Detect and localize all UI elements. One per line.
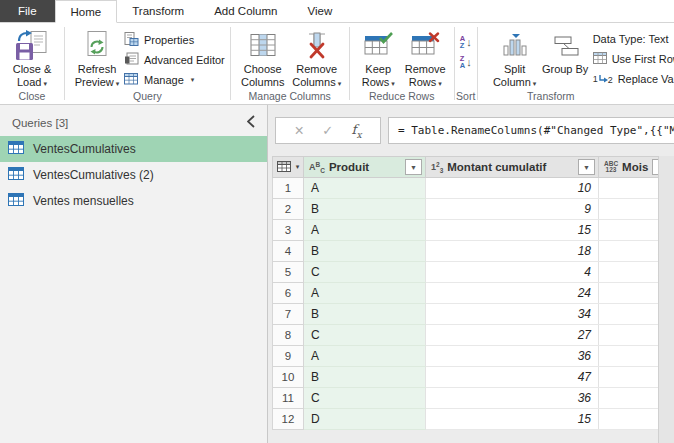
group-label-manage-columns: Manage Columns [231, 90, 349, 102]
row-number-cell[interactable]: 12 [273, 409, 304, 430]
cell-montant-cumulatif[interactable]: 9 [426, 199, 599, 220]
data-type-label: Data Type: Text [593, 33, 669, 45]
replace-values-two: 2 [608, 75, 613, 85]
cell-montant-cumulatif[interactable]: 18 [426, 241, 599, 262]
row-number-cell[interactable]: 11 [273, 388, 304, 409]
row-number-cell[interactable]: 5 [273, 262, 304, 283]
refresh-preview-label: Refresh Preview [75, 63, 117, 88]
formula-input[interactable]: = Table.RenameColumns(#"Changed Type",{{… [388, 117, 674, 144]
query-list-item[interactable]: VentesCumulatives (2) [0, 162, 267, 188]
cell-produit[interactable]: A [304, 220, 426, 241]
keep-rows-button[interactable]: Keep Rows▾ [355, 26, 402, 90]
dropdown-caret-icon: ▾ [438, 80, 442, 87]
refresh-preview-button[interactable]: Refresh Preview▾ [70, 26, 124, 90]
ribbon-group-transform: Split Column▾ Group By Data Type: Text ▾ [478, 23, 674, 104]
dropdown-caret-icon: ▾ [116, 80, 120, 87]
row-number-cell[interactable]: 6 [273, 283, 304, 304]
cell-produit[interactable]: B [304, 367, 426, 388]
query-list-item[interactable]: Ventes mensuelles [0, 188, 267, 214]
choose-columns-button[interactable]: Choose Columns [236, 26, 290, 88]
use-first-row-icon [593, 52, 607, 66]
replace-values-icon: 1 2 [593, 74, 613, 85]
cell-produit[interactable]: C [304, 325, 426, 346]
column-header-montant-cumulatif[interactable]: 123 Montant cumulatif ▼ [426, 157, 599, 178]
split-column-button[interactable]: Split Column▾ [488, 26, 542, 90]
cell-produit[interactable]: C [304, 388, 426, 409]
sort-ascending-button[interactable]: AZ ↓ [460, 32, 472, 52]
formula-bar: × ✓ fx = Table.RenameColumns(#"Changed T… [268, 105, 674, 156]
query-list-item[interactable]: VentesCumulatives [0, 136, 267, 162]
column-header-produit[interactable]: ABC Produit ▼ [304, 157, 426, 178]
properties-button[interactable]: Properties [124, 30, 225, 50]
sort-az-icon: AZ ↓ [460, 35, 472, 49]
remove-rows-button[interactable]: Remove Rows▾ [402, 26, 449, 90]
cancel-formula-icon[interactable]: × [294, 123, 303, 139]
confirm-formula-icon[interactable]: ✓ [322, 124, 333, 137]
table-row: 7B343 [273, 304, 673, 325]
cell-montant-cumulatif[interactable]: 24 [426, 283, 599, 304]
row-number-cell[interactable]: 4 [273, 241, 304, 262]
manage-button[interactable]: Manage ▾ [124, 70, 225, 90]
select-all-corner[interactable]: ▾ [273, 157, 304, 178]
cell-produit[interactable]: C [304, 262, 426, 283]
cell-produit[interactable]: B [304, 304, 426, 325]
cell-montant-cumulatif[interactable]: 10 [426, 178, 599, 199]
tab-home[interactable]: Home [55, 0, 118, 23]
close-load-icon [15, 28, 49, 63]
tab-view[interactable]: View [293, 0, 348, 22]
tab-transform[interactable]: Transform [117, 0, 199, 22]
use-first-row-button[interactable]: Use First Row [593, 49, 674, 69]
power-query-editor: File Home Transform Add Column View [0, 0, 674, 443]
vertical-scrollbar[interactable] [658, 156, 674, 443]
cell-produit[interactable]: A [304, 178, 426, 199]
advanced-editor-button[interactable]: Advanced Editor [124, 50, 225, 70]
choose-columns-label: Choose Columns [236, 63, 290, 88]
use-first-row-label: Use First Row [612, 53, 674, 65]
tab-file[interactable]: File [0, 0, 55, 22]
cell-produit[interactable]: D [304, 409, 426, 430]
tab-add-column[interactable]: Add Column [199, 0, 292, 22]
data-type-button[interactable]: Data Type: Text ▾ [593, 29, 674, 49]
filter-dropdown-button[interactable]: ▼ [578, 159, 595, 175]
collapse-pane-icon[interactable] [247, 115, 255, 130]
cell-produit[interactable]: B [304, 199, 426, 220]
cell-montant-cumulatif[interactable]: 36 [426, 346, 599, 367]
cell-produit[interactable]: B [304, 241, 426, 262]
column-label: Montant cumulatif [447, 161, 574, 173]
row-number-cell[interactable]: 1 [273, 178, 304, 199]
group-by-button[interactable]: Group By [542, 26, 589, 76]
cell-montant-cumulatif[interactable]: 34 [426, 304, 599, 325]
cell-montant-cumulatif[interactable]: 36 [426, 388, 599, 409]
cell-montant-cumulatif[interactable]: 4 [426, 262, 599, 283]
filter-dropdown-button[interactable]: ▼ [405, 159, 422, 175]
ribbon-group-sort: AZ ↓ ZA ↓ Sort [455, 23, 477, 104]
query-name: VentesCumulatives (2) [33, 168, 154, 182]
row-number-cell[interactable]: 7 [273, 304, 304, 325]
cell-montant-cumulatif[interactable]: 27 [426, 325, 599, 346]
column-label: Mois [622, 161, 648, 173]
table-row: 6A243 [273, 283, 673, 304]
query-name: VentesCumulatives [33, 142, 136, 156]
remove-columns-button[interactable]: Remove Columns▾ [290, 26, 344, 90]
group-label-close: Close [0, 90, 64, 102]
cell-produit[interactable]: A [304, 283, 426, 304]
sort-descending-button[interactable]: ZA ↓ [460, 52, 472, 72]
dropdown-caret-icon: ▾ [191, 76, 195, 84]
cell-montant-cumulatif[interactable]: 15 [426, 409, 599, 430]
close-and-load-button[interactable]: Close & Load▾ [5, 26, 59, 90]
row-number-cell[interactable]: 8 [273, 325, 304, 346]
replace-values-button[interactable]: 1 2 Replace Values [593, 69, 674, 89]
ribbon-group-close: Close & Load▾ Close [0, 23, 64, 104]
manage-label: Manage [144, 74, 184, 86]
dropdown-caret-icon: ▾ [338, 80, 342, 87]
table-row: 5C42 [273, 262, 673, 283]
cell-montant-cumulatif[interactable]: 47 [426, 367, 599, 388]
cell-montant-cumulatif[interactable]: 15 [426, 220, 599, 241]
row-number-cell[interactable]: 2 [273, 199, 304, 220]
row-number-cell[interactable]: 10 [273, 367, 304, 388]
row-number-cell[interactable]: 3 [273, 220, 304, 241]
query-table-icon [8, 167, 24, 183]
cell-produit[interactable]: A [304, 346, 426, 367]
row-number-cell[interactable]: 9 [273, 346, 304, 367]
table-row: 8C273 [273, 325, 673, 346]
